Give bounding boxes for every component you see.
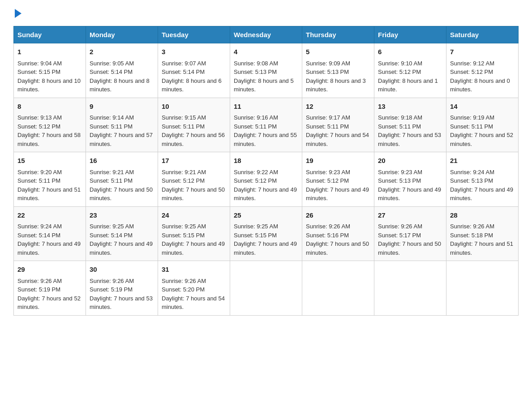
weekday-header-tuesday: Tuesday: [158, 26, 230, 43]
day-number: 11: [234, 102, 298, 112]
sunrise-info: Sunrise: 9:09 AM: [306, 60, 350, 67]
calendar-cell: 7Sunrise: 9:12 AMSunset: 5:12 PMDaylight…: [446, 43, 519, 98]
weekday-header-friday: Friday: [374, 26, 446, 43]
daylight-info: Daylight: 7 hours and 54 minutes.: [306, 132, 369, 147]
sunset-info: Sunset: 5:11 PM: [90, 123, 133, 130]
sunset-info: Sunset: 5:12 PM: [162, 177, 205, 184]
sunset-info: Sunset: 5:12 PM: [234, 177, 277, 184]
day-number: 17: [162, 156, 226, 166]
calendar-cell: 30Sunrise: 9:26 AMSunset: 5:19 PMDayligh…: [86, 261, 158, 316]
day-number: 6: [378, 47, 442, 57]
daylight-info: Daylight: 7 hours and 52 minutes.: [450, 132, 513, 147]
calendar-cell: 2Sunrise: 9:05 AMSunset: 5:14 PMDaylight…: [86, 43, 158, 98]
day-number: 24: [162, 210, 226, 221]
day-number: 27: [378, 210, 442, 221]
sunset-info: Sunset: 5:14 PM: [17, 232, 60, 239]
sunrise-info: Sunrise: 9:16 AM: [234, 114, 278, 121]
sunset-info: Sunset: 5:11 PM: [90, 177, 133, 184]
sunrise-info: Sunrise: 9:25 AM: [162, 223, 206, 230]
sunrise-info: Sunrise: 9:26 AM: [17, 278, 62, 284]
day-number: 28: [450, 210, 515, 221]
sunrise-info: Sunrise: 9:22 AM: [234, 169, 278, 176]
sunrise-info: Sunrise: 9:21 AM: [162, 169, 206, 176]
sunrise-info: Sunrise: 9:14 AM: [90, 114, 134, 121]
day-number: 20: [378, 156, 442, 166]
day-number: 8: [17, 102, 82, 112]
calendar-cell: 15Sunrise: 9:20 AMSunset: 5:11 PMDayligh…: [14, 152, 86, 207]
sunrise-info: Sunrise: 9:26 AM: [378, 223, 422, 230]
day-number: 7: [450, 47, 515, 57]
calendar-cell: 10Sunrise: 9:15 AMSunset: 5:11 PMDayligh…: [158, 98, 230, 152]
calendar-cell: [230, 261, 302, 316]
calendar-week-row: 15Sunrise: 9:20 AMSunset: 5:11 PMDayligh…: [14, 152, 519, 207]
sunset-info: Sunset: 5:11 PM: [450, 123, 493, 130]
day-number: 25: [234, 210, 298, 221]
daylight-info: Daylight: 7 hours and 49 minutes.: [234, 240, 297, 256]
daylight-info: Daylight: 7 hours and 51 minutes.: [17, 186, 81, 202]
sunset-info: Sunset: 5:11 PM: [378, 123, 421, 130]
calendar-week-row: 1Sunrise: 9:04 AMSunset: 5:15 PMDaylight…: [14, 43, 519, 98]
daylight-info: Daylight: 8 hours and 6 minutes.: [162, 77, 222, 93]
daylight-info: Daylight: 8 hours and 0 minutes.: [450, 77, 510, 93]
sunset-info: Sunset: 5:12 PM: [17, 123, 60, 130]
daylight-info: Daylight: 7 hours and 49 minutes.: [234, 186, 297, 202]
sunset-info: Sunset: 5:12 PM: [306, 177, 349, 184]
sunset-info: Sunset: 5:14 PM: [162, 68, 205, 75]
day-number: 12: [306, 102, 370, 112]
sunset-info: Sunset: 5:11 PM: [17, 177, 60, 184]
daylight-info: Daylight: 8 hours and 10 minutes.: [17, 77, 81, 93]
weekday-header-thursday: Thursday: [302, 26, 374, 43]
sunrise-info: Sunrise: 9:05 AM: [90, 60, 134, 67]
calendar-cell: 26Sunrise: 9:26 AMSunset: 5:16 PMDayligh…: [302, 206, 374, 261]
weekday-header-monday: Monday: [86, 26, 158, 43]
sunset-info: Sunset: 5:12 PM: [378, 68, 421, 75]
sunset-info: Sunset: 5:18 PM: [450, 232, 493, 239]
calendar-week-row: 8Sunrise: 9:13 AMSunset: 5:12 PMDaylight…: [14, 98, 519, 152]
calendar-cell: 9Sunrise: 9:14 AMSunset: 5:11 PMDaylight…: [86, 98, 158, 152]
weekday-header-row: SundayMondayTuesdayWednesdayThursdayFrid…: [14, 26, 519, 43]
daylight-info: Daylight: 7 hours and 51 minutes.: [450, 240, 513, 256]
calendar-cell: 28Sunrise: 9:26 AMSunset: 5:18 PMDayligh…: [446, 206, 519, 261]
daylight-info: Daylight: 7 hours and 56 minutes.: [162, 132, 225, 147]
day-number: 26: [306, 210, 370, 221]
day-number: 1: [17, 47, 82, 57]
day-number: 4: [234, 47, 298, 57]
sunset-info: Sunset: 5:13 PM: [378, 177, 421, 184]
calendar-cell: 12Sunrise: 9:17 AMSunset: 5:11 PMDayligh…: [302, 98, 374, 152]
daylight-info: Daylight: 7 hours and 49 minutes.: [162, 240, 225, 256]
sunset-info: Sunset: 5:13 PM: [306, 68, 349, 75]
calendar-cell: 14Sunrise: 9:19 AMSunset: 5:11 PMDayligh…: [446, 98, 519, 152]
day-number: 30: [90, 265, 154, 275]
calendar-cell: 17Sunrise: 9:21 AMSunset: 5:12 PMDayligh…: [158, 152, 230, 207]
calendar-cell: 6Sunrise: 9:10 AMSunset: 5:12 PMDaylight…: [374, 43, 446, 98]
weekday-header-sunday: Sunday: [14, 26, 86, 43]
daylight-info: Daylight: 7 hours and 50 minutes.: [306, 240, 369, 256]
sunrise-info: Sunrise: 9:26 AM: [450, 223, 494, 230]
daylight-info: Daylight: 7 hours and 49 minutes.: [17, 240, 81, 256]
calendar-cell: 19Sunrise: 9:23 AMSunset: 5:12 PMDayligh…: [302, 152, 374, 207]
sunrise-info: Sunrise: 9:20 AM: [17, 169, 62, 176]
calendar-cell: 31Sunrise: 9:26 AMSunset: 5:20 PMDayligh…: [158, 261, 230, 316]
sunrise-info: Sunrise: 9:07 AM: [162, 60, 206, 67]
day-number: 31: [162, 265, 226, 275]
calendar-cell: 20Sunrise: 9:23 AMSunset: 5:13 PMDayligh…: [374, 152, 446, 207]
calendar-cell: [446, 261, 519, 316]
day-number: 9: [90, 102, 154, 112]
sunset-info: Sunset: 5:11 PM: [306, 123, 349, 130]
calendar-table: SundayMondayTuesdayWednesdayThursdayFrid…: [13, 26, 519, 316]
daylight-info: Daylight: 8 hours and 3 minutes.: [306, 77, 366, 93]
sunrise-info: Sunrise: 9:24 AM: [450, 169, 494, 176]
daylight-info: Daylight: 7 hours and 55 minutes.: [234, 132, 297, 147]
day-number: 22: [17, 210, 82, 221]
calendar-cell: 3Sunrise: 9:07 AMSunset: 5:14 PMDaylight…: [158, 43, 230, 98]
calendar-cell: [374, 261, 446, 316]
calendar-cell: 8Sunrise: 9:13 AMSunset: 5:12 PMDaylight…: [14, 98, 86, 152]
sunrise-info: Sunrise: 9:26 AM: [162, 278, 206, 284]
sunset-info: Sunset: 5:14 PM: [90, 232, 133, 239]
calendar-cell: 21Sunrise: 9:24 AMSunset: 5:13 PMDayligh…: [446, 152, 519, 207]
page-header: [13, 9, 519, 18]
sunset-info: Sunset: 5:20 PM: [162, 286, 205, 293]
sunrise-info: Sunrise: 9:25 AM: [90, 223, 134, 230]
day-number: 16: [90, 156, 154, 166]
sunrise-info: Sunrise: 9:12 AM: [450, 60, 494, 67]
